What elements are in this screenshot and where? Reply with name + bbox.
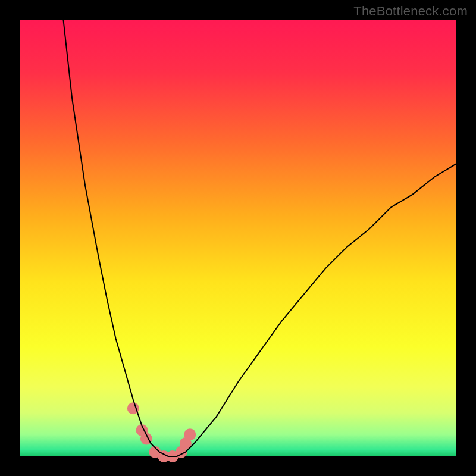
chart-container: { "watermark": "TheBottleneck.com", "cha… bbox=[0, 0, 476, 476]
plot-background bbox=[20, 20, 456, 456]
watermark-text: TheBottleneck.com bbox=[353, 4, 468, 19]
marker-point bbox=[184, 428, 196, 440]
bottleneck-chart bbox=[0, 0, 476, 476]
